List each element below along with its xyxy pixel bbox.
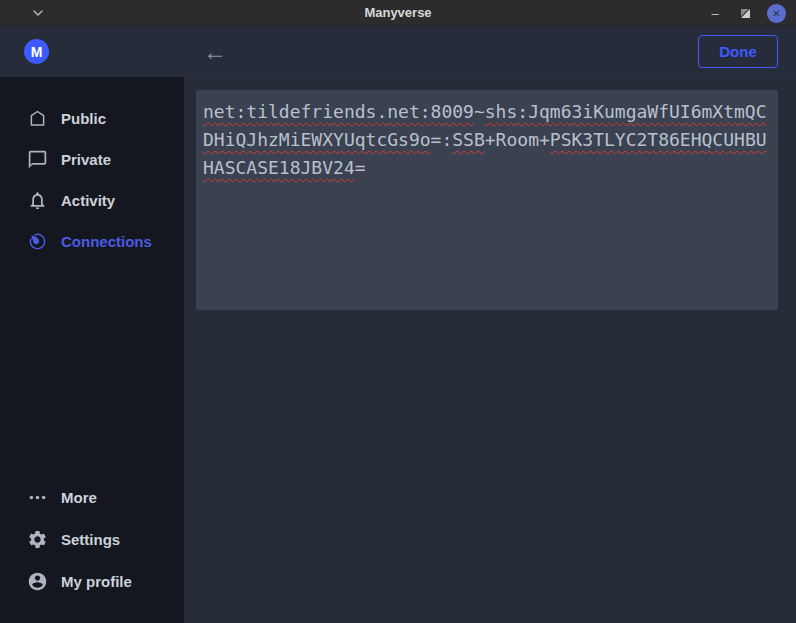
body: Public Private A: [0, 77, 796, 623]
sidebar-footer-nav: More Settings My: [0, 476, 184, 623]
done-button[interactable]: Done: [698, 35, 778, 68]
minimize-button[interactable]: –: [707, 5, 723, 21]
titlebar: Manyverse – ✕: [0, 0, 796, 26]
sidebar-item-connections[interactable]: Connections: [0, 221, 184, 262]
sidebar-item-activity[interactable]: Activity: [0, 180, 184, 221]
invite-code-textarea[interactable]: net:tildefriends.net:8009~shs:Jqm63iKumg…: [196, 90, 778, 310]
sidebar-item-label: Connections: [61, 233, 152, 250]
restore-button[interactable]: [737, 5, 753, 21]
sidebar-item-settings[interactable]: Settings: [0, 518, 184, 560]
app-window: Manyverse – ✕ M ← Done: [0, 0, 796, 623]
connections-icon: [26, 231, 48, 253]
sidebar-item-more[interactable]: More: [0, 476, 184, 518]
close-button[interactable]: ✕: [767, 4, 786, 23]
home-icon: [26, 108, 48, 130]
sidebar-item-label: Activity: [61, 192, 115, 209]
more-dots-icon: [26, 486, 48, 508]
sidebar-item-my-profile[interactable]: My profile: [0, 560, 184, 602]
window-title: Manyverse: [0, 0, 796, 26]
logo-letter: M: [31, 44, 43, 60]
window-menu-chevron-icon[interactable]: [30, 5, 46, 21]
sidebar-item-private[interactable]: Private: [0, 139, 184, 180]
sidebar-main-nav: Public Private A: [0, 77, 184, 262]
main-content: net:tildefriends.net:8009~shs:Jqm63iKumg…: [184, 77, 796, 623]
back-arrow-icon[interactable]: ←: [200, 26, 230, 77]
gear-icon: [26, 528, 48, 550]
sidebar-item-public[interactable]: Public: [0, 98, 184, 139]
account-circle-icon: [26, 570, 48, 592]
chat-bubble-icon: [26, 149, 48, 171]
bell-icon: [26, 190, 48, 212]
sidebar-item-label: Private: [61, 151, 111, 168]
sidebar-item-label: My profile: [61, 573, 132, 590]
app-header: M ← Done: [0, 26, 796, 77]
sidebar-item-label: Settings: [61, 531, 120, 548]
sidebar-item-label: Public: [61, 110, 106, 127]
sidebar-item-label: More: [61, 489, 97, 506]
window-controls: – ✕: [707, 0, 786, 26]
sidebar: Public Private A: [0, 77, 184, 623]
manyverse-logo: M: [24, 39, 49, 64]
